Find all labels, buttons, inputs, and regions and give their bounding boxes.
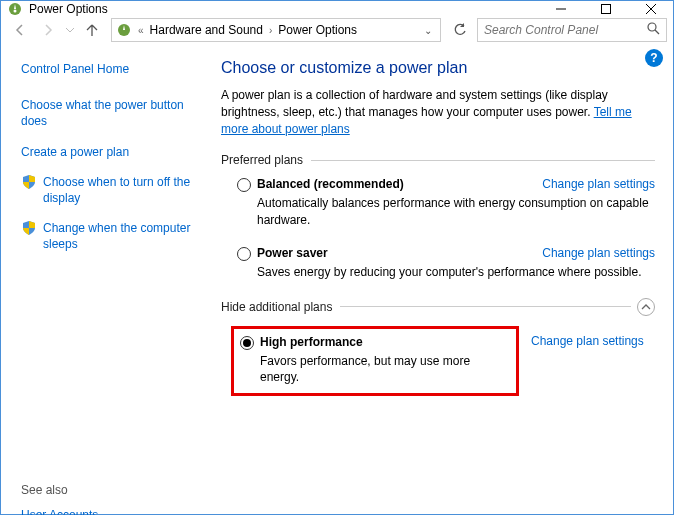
svg-point-7: [648, 23, 656, 31]
window: Power Options « Hardware and Sound › Po: [0, 0, 674, 515]
close-button[interactable]: [628, 1, 673, 17]
svg-line-8: [655, 30, 659, 34]
app-icon: [7, 1, 23, 17]
divider: [340, 306, 631, 307]
minimize-button[interactable]: [538, 1, 583, 17]
maximize-button[interactable]: [583, 1, 628, 17]
help-icon[interactable]: ?: [645, 49, 663, 67]
page-description: A power plan is a collection of hardware…: [221, 87, 655, 137]
balanced-desc: Automatically balances performance with …: [257, 195, 655, 227]
powersaver-radio[interactable]: [237, 247, 251, 261]
powersaver-title[interactable]: Power saver: [257, 246, 530, 260]
control-panel-home-link[interactable]: Control Panel Home: [21, 61, 201, 77]
plan-balanced: Balanced (recommended) Change plan setti…: [221, 177, 655, 227]
breadcrumb-dropdown[interactable]: ⌄: [420, 25, 436, 36]
svg-point-1: [14, 10, 17, 13]
search-icon[interactable]: [647, 22, 660, 38]
highperf-desc: Favors performance, but may use more ene…: [260, 353, 510, 385]
svg-line-4: [646, 4, 656, 14]
recent-dropdown[interactable]: [63, 17, 77, 43]
window-title: Power Options: [29, 2, 538, 16]
create-power-plan-link[interactable]: Create a power plan: [21, 144, 201, 160]
highperf-title[interactable]: High performance: [260, 335, 510, 349]
window-controls: [538, 1, 673, 17]
preferred-plans-header: Preferred plans: [221, 153, 655, 167]
computer-sleeps-link[interactable]: Change when the computer sleeps: [43, 220, 201, 252]
navbar: « Hardware and Sound › Power Options ⌄: [1, 17, 673, 43]
description-text: A power plan is a collection of hardware…: [221, 88, 608, 119]
highperf-radio[interactable]: [240, 336, 254, 350]
preferred-plans-label: Preferred plans: [221, 153, 303, 167]
page-heading: Choose or customize a power plan: [221, 59, 655, 77]
highperf-change-link[interactable]: Change plan settings: [531, 334, 644, 348]
breadcrumb-icon: [116, 22, 132, 38]
back-button[interactable]: [7, 17, 33, 43]
up-button[interactable]: [79, 17, 105, 43]
search-box[interactable]: [477, 18, 667, 42]
chevron-icon: «: [136, 25, 146, 36]
search-input[interactable]: [484, 23, 647, 37]
shield-icon: [21, 220, 37, 236]
user-accounts-link[interactable]: User Accounts: [21, 507, 201, 516]
plan-powersaver: Power saver Change plan settings Saves e…: [221, 246, 655, 280]
chevron-right-icon: ›: [267, 25, 274, 36]
powersaver-change-link[interactable]: Change plan settings: [542, 246, 655, 260]
turn-off-display-link[interactable]: Choose when to turn off the display: [43, 174, 201, 206]
highlighted-plan-box: High performance Favors performance, but…: [231, 326, 519, 396]
balanced-change-link[interactable]: Change plan settings: [542, 177, 655, 191]
forward-button[interactable]: [35, 17, 61, 43]
hide-additional-header[interactable]: Hide additional plans: [221, 298, 655, 316]
shield-icon: [21, 174, 37, 190]
titlebar: Power Options: [1, 1, 673, 17]
divider: [311, 160, 655, 161]
balanced-title[interactable]: Balanced (recommended): [257, 177, 530, 191]
choose-power-button-link[interactable]: Choose what the power button does: [21, 97, 201, 129]
content: ? Control Panel Home Choose what the pow…: [1, 43, 673, 515]
refresh-button[interactable]: [447, 18, 473, 42]
svg-rect-3: [601, 5, 610, 14]
sidebar: Control Panel Home Choose what the power…: [1, 43, 211, 515]
breadcrumb[interactable]: « Hardware and Sound › Power Options ⌄: [111, 18, 441, 42]
see-also-label: See also: [21, 483, 201, 497]
hide-additional-label: Hide additional plans: [221, 300, 332, 314]
breadcrumb-hardware[interactable]: Hardware and Sound: [146, 23, 267, 37]
balanced-radio[interactable]: [237, 178, 251, 192]
main-panel: Choose or customize a power plan A power…: [211, 43, 673, 515]
powersaver-desc: Saves energy by reducing your computer's…: [257, 264, 655, 280]
collapse-icon[interactable]: [637, 298, 655, 316]
svg-line-5: [646, 4, 656, 14]
breadcrumb-power[interactable]: Power Options: [274, 23, 361, 37]
